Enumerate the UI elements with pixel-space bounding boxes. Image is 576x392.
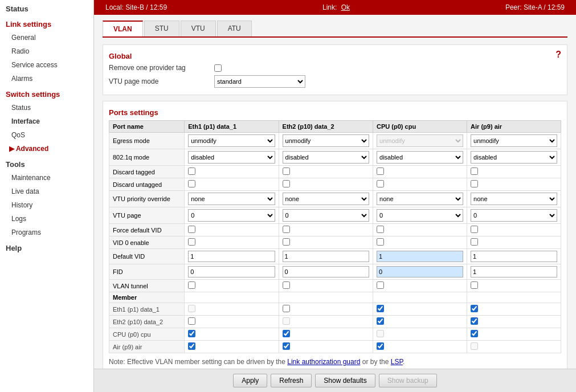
cell-10-0[interactable] bbox=[185, 280, 279, 292]
select-1-1[interactable]: disabledfallbackchecksecure bbox=[283, 151, 369, 164]
member-checkbox-0-2[interactable] bbox=[377, 305, 384, 312]
select-5-2[interactable]: 0123 bbox=[377, 209, 463, 222]
select-0-2[interactable]: unmodifymodifytagaddtagdel bbox=[377, 134, 463, 147]
member-checkbox-2-3[interactable] bbox=[471, 330, 478, 337]
select-5-0[interactable]: 0123 bbox=[188, 209, 275, 222]
member-cell-1-0[interactable] bbox=[185, 316, 279, 328]
cell-5-0[interactable]: 0123 bbox=[185, 207, 279, 224]
member-checkbox-1-3[interactable] bbox=[471, 317, 478, 325]
checkbox-7-1[interactable] bbox=[283, 238, 290, 246]
member-checkbox-0-3[interactable] bbox=[471, 305, 478, 312]
remove-provider-tag-checkbox[interactable] bbox=[214, 64, 222, 72]
text-9-2[interactable] bbox=[377, 266, 463, 277]
cell-3-0[interactable] bbox=[185, 178, 279, 191]
cell-6-1[interactable] bbox=[279, 224, 373, 236]
cell-9-2[interactable] bbox=[373, 264, 467, 280]
sidebar-item-status[interactable]: Status bbox=[0, 101, 93, 115]
checkbox-10-3[interactable] bbox=[471, 281, 478, 289]
sidebar-item-alarms[interactable]: Alarms bbox=[0, 72, 93, 85]
checkbox-2-3[interactable] bbox=[471, 168, 478, 175]
select-4-3[interactable]: none01234567 bbox=[471, 193, 557, 205]
tab-vtu[interactable]: VTU bbox=[181, 21, 216, 36]
checkbox-6-1[interactable] bbox=[283, 226, 290, 233]
member-cell-2-2[interactable] bbox=[373, 328, 467, 341]
cell-3-1[interactable] bbox=[279, 178, 373, 191]
checkbox-2-2[interactable] bbox=[377, 168, 384, 175]
checkbox-10-0[interactable] bbox=[188, 281, 195, 289]
cell-8-1[interactable] bbox=[279, 249, 373, 264]
member-cell-0-3[interactable] bbox=[467, 303, 561, 316]
sidebar-item-general[interactable]: General bbox=[0, 31, 93, 44]
cell-10-1[interactable] bbox=[279, 280, 373, 292]
lsp-link[interactable]: LSP bbox=[391, 358, 403, 366]
member-checkbox-3-0[interactable] bbox=[188, 342, 195, 350]
sidebar-item-qos[interactable]: QoS bbox=[0, 128, 93, 142]
cell-4-2[interactable]: none01234567 bbox=[373, 191, 467, 207]
sidebar-item-history[interactable]: History bbox=[0, 198, 93, 212]
tab-atu[interactable]: ATU bbox=[217, 21, 252, 36]
cell-1-3[interactable]: disabledfallbackchecksecure bbox=[467, 149, 561, 166]
checkbox-7-3[interactable] bbox=[471, 238, 478, 246]
checkbox-2-1[interactable] bbox=[283, 168, 290, 175]
sidebar-item-advanced[interactable]: ▶ Advanced bbox=[0, 142, 93, 156]
show-backup-button[interactable]: Show backup bbox=[379, 374, 437, 387]
refresh-button[interactable]: Refresh bbox=[271, 374, 312, 387]
text-9-1[interactable] bbox=[283, 266, 369, 277]
member-checkbox-1-2[interactable] bbox=[377, 317, 384, 325]
select-1-2[interactable]: disabledfallbackchecksecure bbox=[377, 151, 463, 164]
checkbox-7-2[interactable] bbox=[377, 238, 384, 246]
member-checkbox-3-1[interactable] bbox=[283, 342, 290, 350]
checkbox-3-2[interactable] bbox=[377, 180, 384, 187]
cell-0-3[interactable]: unmodifymodifytagaddtagdel bbox=[467, 133, 561, 149]
member-cell-0-2[interactable] bbox=[373, 303, 467, 316]
cell-6-0[interactable] bbox=[185, 224, 279, 236]
text-8-3[interactable] bbox=[471, 251, 557, 262]
member-cell-2-1[interactable] bbox=[279, 328, 373, 341]
text-8-1[interactable] bbox=[283, 251, 369, 262]
tab-vlan[interactable]: VLAN bbox=[103, 21, 143, 36]
sidebar-item-radio[interactable]: Radio bbox=[0, 44, 93, 58]
checkbox-10-2[interactable] bbox=[377, 281, 384, 289]
cell-5-3[interactable]: 0123 bbox=[467, 207, 561, 224]
cell-0-2[interactable]: unmodifymodifytagaddtagdel bbox=[373, 133, 467, 149]
cell-10-2[interactable] bbox=[373, 280, 467, 292]
cell-3-2[interactable] bbox=[373, 178, 467, 191]
cell-2-2[interactable] bbox=[373, 166, 467, 178]
show-defaults-button[interactable]: Show defaults bbox=[315, 374, 375, 387]
cell-10-3[interactable] bbox=[467, 280, 561, 292]
cell-1-2[interactable]: disabledfallbackchecksecure bbox=[373, 149, 467, 166]
member-checkbox-2-1[interactable] bbox=[283, 330, 290, 337]
select-4-1[interactable]: none01234567 bbox=[283, 193, 369, 205]
select-0-0[interactable]: unmodifymodifytagaddtagdel bbox=[188, 134, 275, 147]
link-auth-guard-link[interactable]: Link authorization guard bbox=[287, 358, 360, 366]
cell-6-3[interactable] bbox=[467, 224, 561, 236]
member-cell-0-0[interactable] bbox=[185, 303, 279, 316]
checkbox-6-0[interactable] bbox=[188, 226, 195, 233]
member-checkbox-0-1[interactable] bbox=[283, 305, 290, 312]
cell-2-3[interactable] bbox=[467, 166, 561, 178]
member-cell-1-2[interactable] bbox=[373, 316, 467, 328]
member-checkbox-2-0[interactable] bbox=[188, 330, 195, 337]
cell-7-1[interactable] bbox=[279, 236, 373, 249]
cell-7-2[interactable] bbox=[373, 236, 467, 249]
cell-1-0[interactable]: disabledfallbackchecksecure bbox=[185, 149, 279, 166]
text-9-0[interactable] bbox=[188, 266, 275, 277]
checkbox-6-3[interactable] bbox=[471, 226, 478, 233]
cell-7-3[interactable] bbox=[467, 236, 561, 249]
member-cell-1-1[interactable] bbox=[279, 316, 373, 328]
cell-2-1[interactable] bbox=[279, 166, 373, 178]
cell-7-0[interactable] bbox=[185, 236, 279, 249]
member-checkbox-0-0[interactable] bbox=[188, 305, 195, 312]
select-4-2[interactable]: none01234567 bbox=[377, 193, 463, 205]
cell-9-0[interactable] bbox=[185, 264, 279, 280]
select-5-1[interactable]: 0123 bbox=[283, 209, 369, 222]
member-checkbox-2-2[interactable] bbox=[377, 330, 384, 337]
cell-4-3[interactable]: none01234567 bbox=[467, 191, 561, 207]
member-cell-0-1[interactable] bbox=[279, 303, 373, 316]
sidebar-item-service-access[interactable]: Service access bbox=[0, 58, 93, 72]
cell-0-1[interactable]: unmodifymodifytagaddtagdel bbox=[279, 133, 373, 149]
cell-5-1[interactable]: 0123 bbox=[279, 207, 373, 224]
cell-8-2[interactable] bbox=[373, 249, 467, 264]
sidebar-item-interface[interactable]: Interface bbox=[0, 115, 93, 128]
checkbox-10-1[interactable] bbox=[283, 281, 290, 289]
